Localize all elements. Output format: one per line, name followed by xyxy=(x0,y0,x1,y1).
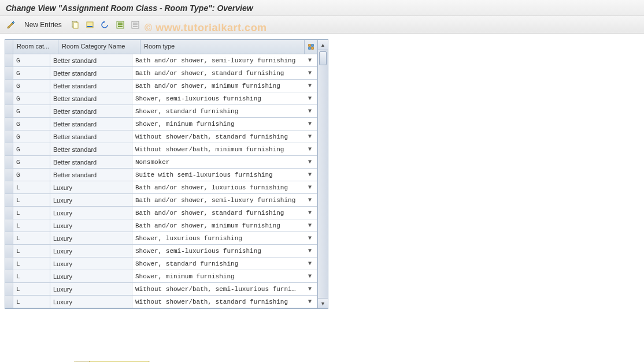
chevron-down-icon: ▼ xyxy=(306,184,314,191)
cell-room-category[interactable]: L xyxy=(13,219,50,232)
cell-room-category[interactable]: L xyxy=(13,181,50,193)
chevron-down-icon: ▼ xyxy=(306,248,314,254)
vertical-scrollbar[interactable]: ▲ ▼ xyxy=(317,40,328,308)
table-header: Room cat... Room Category Name Room type xyxy=(5,40,317,54)
cell-room-type-dropdown[interactable]: Bath and/or shower, luxurious furnishing… xyxy=(132,181,317,193)
cell-room-type-dropdown[interactable]: Shower, standard furnishing▼ xyxy=(132,105,317,117)
svg-rect-10 xyxy=(133,24,138,25)
cell-room-type-dropdown[interactable]: Nonsmoker▼ xyxy=(132,156,317,168)
cell-room-type-dropdown[interactable]: Shower, semi-luxurious furnishing▼ xyxy=(132,92,317,105)
svg-rect-6 xyxy=(118,24,123,25)
row-selector[interactable] xyxy=(5,270,13,282)
toggle-display-change-button[interactable] xyxy=(5,18,17,31)
cell-room-type-dropdown[interactable]: Bath and/or shower, standard furnishing▼ xyxy=(132,67,317,79)
row-selector[interactable] xyxy=(5,232,13,244)
undo-change-button[interactable] xyxy=(99,18,112,31)
table-row: GBetter standardNonsmoker▼ xyxy=(5,156,317,169)
row-selector[interactable] xyxy=(5,92,13,105)
table-row: GBetter standardWithout shower/bath, sta… xyxy=(5,130,317,143)
row-selector[interactable] xyxy=(5,130,13,143)
row-selector[interactable] xyxy=(5,296,13,308)
table-row: GBetter standardSuite with semi-luxuriou… xyxy=(5,169,317,181)
col-header-room-type[interactable]: Room type xyxy=(140,40,305,54)
cell-room-category[interactable]: L xyxy=(13,296,50,308)
svg-rect-9 xyxy=(133,23,138,24)
col-header-room-category[interactable]: Room cat... xyxy=(13,40,58,54)
table-row: LLuxuryWithout shower/bath, semi-luxurio… xyxy=(5,283,317,296)
row-selector[interactable] xyxy=(5,245,13,257)
scroll-track[interactable] xyxy=(318,50,328,298)
table-row: LLuxuryShower, minimum furnishing▼ xyxy=(5,270,317,283)
cell-room-category[interactable]: L xyxy=(13,245,50,257)
cell-room-type-dropdown[interactable]: Bath and/or shower, semi-luxury furnishi… xyxy=(132,194,317,206)
toolbar: New Entries xyxy=(0,16,644,33)
row-selector[interactable] xyxy=(5,143,13,155)
table-body: GBetter standardBath and/or shower, semi… xyxy=(5,54,317,308)
cell-room-category[interactable]: G xyxy=(13,130,50,143)
cell-room-type-dropdown[interactable]: Suite with semi-luxurious furnishing▼ xyxy=(132,169,317,181)
col-header-room-category-name[interactable]: Room Category Name xyxy=(58,40,140,54)
cell-room-type-dropdown[interactable]: Shower, luxurious furnishing▼ xyxy=(132,232,317,244)
cell-room-type-dropdown[interactable]: Shower, minimum furnishing▼ xyxy=(132,270,317,282)
cell-room-category[interactable]: L xyxy=(13,194,50,206)
row-selector[interactable] xyxy=(5,283,13,295)
cell-room-category[interactable]: G xyxy=(13,143,50,155)
cell-room-category[interactable]: G xyxy=(13,54,50,66)
cell-room-category[interactable]: L xyxy=(13,283,50,295)
row-selector[interactable] xyxy=(5,54,13,66)
new-entries-button[interactable]: New Entries xyxy=(20,18,66,31)
row-selector[interactable] xyxy=(5,181,13,193)
row-selector[interactable] xyxy=(5,207,13,219)
cell-room-category[interactable]: L xyxy=(13,232,50,244)
cell-room-category[interactable]: L xyxy=(13,257,50,270)
cell-room-type-dropdown[interactable]: Shower, standard furnishing▼ xyxy=(132,257,317,270)
row-selector[interactable] xyxy=(5,80,13,92)
chevron-down-icon: ▼ xyxy=(306,286,314,292)
row-selector[interactable] xyxy=(5,67,13,79)
cell-room-type-dropdown[interactable]: Bath and/or shower, standard furnishing▼ xyxy=(132,207,317,219)
cell-room-category[interactable]: G xyxy=(13,105,50,117)
table-row: LLuxuryShower, semi-luxurious furnishing… xyxy=(5,245,317,257)
chevron-down-icon: ▼ xyxy=(306,57,314,64)
scroll-down-button[interactable]: ▼ xyxy=(318,298,328,308)
row-selector[interactable] xyxy=(5,156,13,168)
scroll-thumb[interactable] xyxy=(319,51,327,65)
svg-rect-13 xyxy=(312,44,314,47)
cell-room-category[interactable]: G xyxy=(13,67,50,79)
cell-room-type-dropdown[interactable]: Without shower/bath, minimum furnishing▼ xyxy=(132,143,317,155)
cell-room-category-name: Luxury xyxy=(50,257,132,270)
data-table: Room cat... Room Category Name Room type… xyxy=(5,39,328,309)
cell-room-category[interactable]: G xyxy=(13,156,50,168)
row-selector[interactable] xyxy=(5,105,13,117)
cell-room-category[interactable]: L xyxy=(13,270,50,282)
copy-as-button[interactable] xyxy=(69,18,82,31)
cell-room-category[interactable]: L xyxy=(13,207,50,219)
cell-room-category-name: Luxury xyxy=(50,194,132,206)
svg-rect-1 xyxy=(73,23,78,28)
row-selector[interactable] xyxy=(5,219,13,232)
cell-room-category[interactable]: G xyxy=(13,169,50,181)
deselect-all-button[interactable] xyxy=(129,18,142,31)
table-row: LLuxuryBath and/or shower, standard furn… xyxy=(5,207,317,219)
table-config-button[interactable] xyxy=(305,40,317,54)
table-row: GBetter standardBath and/or shower, semi… xyxy=(5,54,317,67)
row-selector[interactable] xyxy=(5,257,13,270)
select-all-button[interactable] xyxy=(114,18,127,31)
delete-button[interactable] xyxy=(84,18,97,31)
cell-room-type-dropdown[interactable]: Without shower/bath, semi-luxurious furn… xyxy=(132,283,317,295)
cell-room-type-dropdown[interactable]: Without shower/bath, standard furnishing… xyxy=(132,130,317,143)
cell-room-type-dropdown[interactable]: Shower, minimum furnishing▼ xyxy=(132,118,317,130)
cell-room-type-dropdown[interactable]: Without shower/bath, standard furnishing… xyxy=(132,296,317,308)
cell-room-type-dropdown[interactable]: Bath and/or shower, minimum furnishing▼ xyxy=(132,219,317,232)
cell-room-category[interactable]: G xyxy=(13,80,50,92)
cell-room-type-dropdown[interactable]: Shower, semi-luxurious furnishing▼ xyxy=(132,245,317,257)
row-selector[interactable] xyxy=(5,118,13,130)
table-row: GBetter standardBath and/or shower, stan… xyxy=(5,67,317,80)
cell-room-type-dropdown[interactable]: Bath and/or shower, semi-luxury furnishi… xyxy=(132,54,317,66)
row-selector[interactable] xyxy=(5,169,13,181)
cell-room-category[interactable]: G xyxy=(13,118,50,130)
cell-room-type-dropdown[interactable]: Bath and/or shower, minimum furnishing▼ xyxy=(132,80,317,92)
cell-room-category[interactable]: G xyxy=(13,92,50,105)
row-selector[interactable] xyxy=(5,194,13,206)
scroll-up-button[interactable]: ▲ xyxy=(318,40,328,50)
